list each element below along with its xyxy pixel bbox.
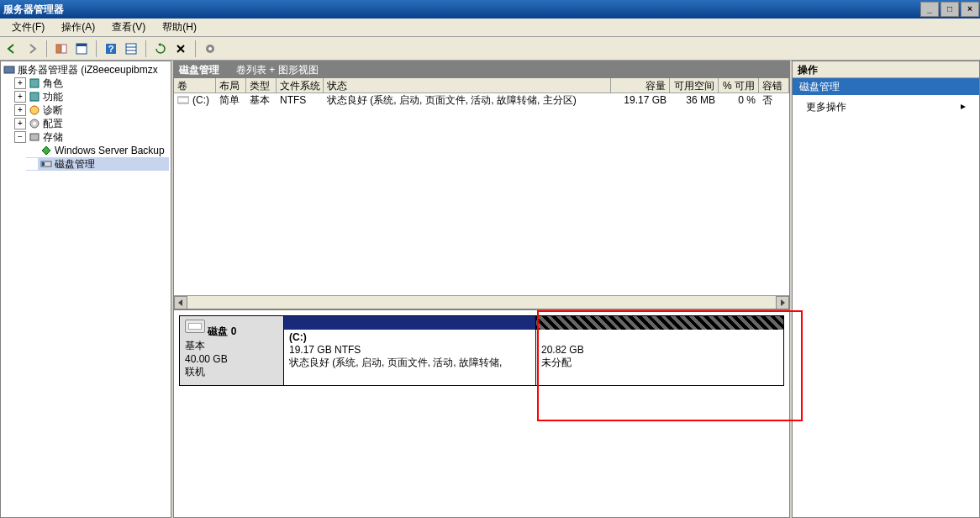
disk-name: 磁盘 0 — [208, 325, 236, 337]
partition-unallocated[interactable]: 20.82 GB 未分配 — [536, 316, 783, 385]
menu-file[interactable]: 文件(F) — [3, 18, 53, 36]
column-faulttolerance[interactable]: 容错 — [759, 78, 789, 92]
column-capacity[interactable]: 容量 — [611, 78, 670, 92]
volume-layout: 简单 — [216, 93, 246, 107]
partition-header-unallocated — [536, 316, 783, 330]
svg-rect-12 — [30, 79, 39, 87]
partition-size-fs: 19.17 GB NTFS — [289, 344, 530, 357]
toolbar-separator — [46, 40, 47, 57]
expand-toggle-icon[interactable]: + — [14, 118, 26, 130]
unallocated-size: 20.82 GB — [541, 344, 778, 357]
disk-info-panel[interactable]: 磁盘 0 基本 40.00 GB 联机 — [180, 316, 284, 385]
collapse-toggle-icon[interactable]: − — [14, 131, 26, 143]
tree-item-features[interactable]: + 功能 — [14, 90, 169, 103]
toolbar-separator — [195, 40, 196, 57]
expand-toggle-icon[interactable]: + — [14, 77, 26, 89]
tree-root-server-manager[interactable]: 服务器管理器 (iZ8eeceupibmzx — [3, 63, 169, 77]
center-header: 磁盘管理 卷列表 + 图形视图 — [174, 61, 789, 78]
svg-rect-19 — [42, 162, 45, 166]
volume-free: 36 MB — [670, 93, 719, 107]
svg-rect-3 — [76, 44, 87, 46]
column-filesystem[interactable]: 文件系统 — [277, 78, 324, 92]
tree-item-storage[interactable]: − 存储 — [14, 130, 169, 144]
partition-status: 状态良好 (系统, 启动, 页面文件, 活动, 故障转储, — [289, 357, 530, 369]
volume-icon — [177, 95, 189, 105]
disk-size: 40.00 GB — [185, 353, 228, 365]
window-controls: _ □ × — [919, 0, 980, 18]
svg-rect-6 — [126, 44, 136, 54]
disk-type: 基本 — [185, 340, 205, 352]
column-layout[interactable]: 布局 — [216, 78, 246, 92]
partition-header-primary — [284, 316, 535, 330]
volume-pct: 0 % — [719, 93, 759, 107]
column-freespace[interactable]: 可用空间 — [670, 78, 719, 92]
disk-management-pane: 磁盘管理 卷列表 + 图形视图 卷 布局 类型 文件系统 状态 容量 可用空间 … — [173, 61, 790, 518]
column-status[interactable]: 状态 — [324, 78, 611, 92]
disk-management-icon — [40, 157, 53, 171]
svg-point-16 — [33, 122, 36, 125]
volume-row-c[interactable]: (C:) 简单 基本 NTFS 状态良好 (系统, 启动, 页面文件, 活动, … — [174, 93, 789, 107]
menu-bar: 文件(F) 操作(A) 查看(V) 帮助(H) — [0, 18, 980, 37]
server-icon — [3, 63, 16, 77]
toolbar-separator — [96, 40, 97, 57]
volume-list-header: 卷 布局 类型 文件系统 状态 容量 可用空间 % 可用 容错 — [174, 78, 789, 93]
partition-c[interactable]: (C:) 19.17 GB NTFS 状态良好 (系统, 启动, 页面文件, 活… — [284, 316, 536, 385]
help-icon[interactable]: ? — [103, 40, 119, 57]
scroll-left-icon[interactable] — [174, 296, 187, 309]
tree-item-diagnostics[interactable]: + 诊断 — [14, 103, 169, 117]
column-volume[interactable]: 卷 — [174, 78, 216, 92]
svg-rect-17 — [30, 134, 39, 140]
menu-view[interactable]: 查看(V) — [103, 18, 154, 36]
properties-icon[interactable] — [73, 40, 90, 57]
column-type[interactable]: 类型 — [246, 78, 277, 92]
svg-rect-0 — [56, 45, 61, 53]
expand-toggle-icon[interactable]: + — [14, 104, 26, 116]
minimize-button[interactable]: _ — [920, 2, 939, 17]
tree-label: 配置 — [43, 117, 63, 130]
tree-item-configuration[interactable]: + 配置 — [14, 117, 169, 130]
scroll-right-icon[interactable] — [776, 296, 789, 309]
features-icon — [28, 90, 41, 103]
tree-label: 功能 — [43, 90, 63, 103]
actions-pane-header: 操作 — [793, 61, 979, 78]
partition-drive: (C:) — [289, 331, 530, 344]
volume-fault: 否 — [759, 93, 789, 107]
back-arrow-icon[interactable] — [3, 40, 20, 57]
view-list-icon[interactable] — [123, 40, 140, 57]
horizontal-scrollbar[interactable] — [174, 295, 789, 309]
refresh-icon[interactable] — [152, 40, 169, 57]
svg-rect-13 — [30, 92, 39, 101]
volume-status: 状态良好 (系统, 启动, 页面文件, 活动, 故障转储, 主分区) — [324, 93, 611, 107]
expand-toggle-icon[interactable]: + — [14, 91, 26, 103]
column-pctfree[interactable]: % 可用 — [719, 78, 759, 92]
svg-rect-21 — [179, 98, 187, 102]
volume-fs: NTFS — [277, 93, 324, 107]
chevron-right-icon: ▸ — [961, 100, 966, 112]
tree-label: Windows Server Backup — [55, 144, 165, 157]
disk-status: 联机 — [185, 366, 205, 378]
tree-label: 存储 — [43, 130, 63, 144]
roles-icon — [28, 77, 41, 90]
delete-icon[interactable] — [172, 40, 189, 57]
configuration-icon — [28, 117, 41, 130]
center-title: 磁盘管理 — [179, 63, 219, 77]
svg-text:?: ? — [108, 44, 114, 54]
close-button[interactable]: × — [961, 2, 979, 17]
backup-icon — [40, 144, 53, 157]
center-subtitle: 卷列表 + 图形视图 — [236, 63, 319, 77]
menu-action[interactable]: 操作(A) — [53, 18, 103, 36]
menu-help[interactable]: 帮助(H) — [154, 18, 205, 36]
maximize-button[interactable]: □ — [940, 2, 959, 17]
title-bar: 服务器管理器 _ □ × — [0, 0, 980, 18]
settings-icon[interactable] — [202, 40, 219, 57]
volume-type: 基本 — [246, 93, 277, 107]
tree-label: 角色 — [43, 77, 63, 90]
actions-more-operations[interactable]: 更多操作 ▸ — [793, 95, 979, 119]
forward-arrow-icon[interactable] — [24, 40, 40, 57]
disk-graphical-view: 磁盘 0 基本 40.00 GB 联机 (C:) 19.17 GB NTFS 状… — [174, 309, 789, 517]
tree-item-windows-server-backup[interactable]: Windows Server Backup — [26, 144, 169, 157]
tree-item-disk-management[interactable]: 磁盘管理 — [26, 157, 169, 171]
disk-0-block: 磁盘 0 基本 40.00 GB 联机 (C:) 19.17 GB NTFS 状… — [179, 315, 784, 386]
show-hide-tree-icon[interactable] — [53, 40, 70, 57]
tree-item-roles[interactable]: + 角色 — [14, 77, 169, 90]
